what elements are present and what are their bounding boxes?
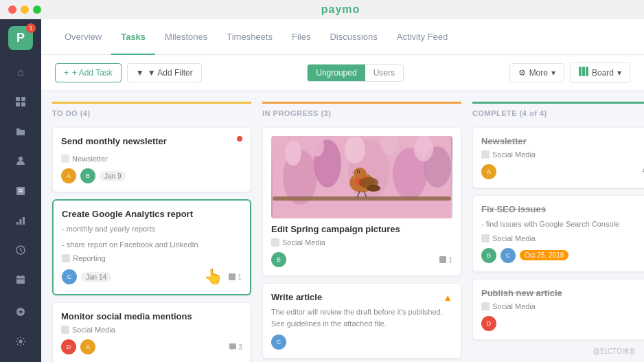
- tag-icon: [481, 302, 490, 310]
- avatar: B: [481, 248, 496, 263]
- sidebar-item-chart[interactable]: [7, 207, 34, 234]
- card-social-mentions[interactable]: Monitor social media mentions Social Med…: [52, 302, 251, 362]
- column-inprogress: IN PROGRESS (3): [262, 102, 461, 351]
- card-newsletter-complete[interactable]: Newsletter Social Media A 0/2: [472, 127, 644, 188]
- column-todo: TO DO (4) Send monthly newsletter Newsle…: [52, 102, 251, 351]
- urgency-indicator: [237, 136, 242, 142]
- card-write-article[interactable]: Write article ▲ The editor will review t…: [262, 283, 461, 359]
- svg-point-37: [354, 168, 366, 179]
- svg-rect-20: [582, 67, 585, 76]
- app-title: paymo: [45, 3, 636, 16]
- svg-rect-45: [273, 196, 451, 201]
- board-icon: [579, 67, 588, 78]
- tab-overview[interactable]: Overview: [55, 19, 111, 55]
- more-button[interactable]: ⚙ More ▾: [509, 63, 564, 82]
- card-subtitle: - find issues with Google Search Console: [481, 218, 644, 230]
- svg-rect-22: [229, 273, 235, 280]
- tag-icon: [61, 155, 69, 163]
- svg-rect-0: [16, 97, 20, 101]
- board-button[interactable]: Board ▾: [570, 62, 630, 83]
- card-newsletter[interactable]: Send monthly newsletter Newsletter A B J…: [52, 127, 251, 192]
- notification-badge: 1: [26, 23, 36, 33]
- card-tag: Newsletter: [61, 155, 242, 163]
- column-complete-header: COMPLETE (4 of 4): [472, 102, 644, 120]
- sidebar-item-home[interactable]: ⌂: [7, 58, 34, 85]
- avatar: C: [501, 248, 516, 263]
- card-footer: B 1: [271, 252, 452, 267]
- add-task-button[interactable]: + + Add Task: [55, 63, 122, 82]
- date-badge: Jan 9: [100, 171, 126, 181]
- tag-icon: [62, 254, 70, 262]
- svg-rect-5: [16, 187, 25, 195]
- card-image: [271, 136, 452, 218]
- sidebar-item-reports[interactable]: [7, 177, 34, 204]
- sidebar-item-folder[interactable]: [7, 118, 34, 145]
- avatar: D: [481, 316, 496, 331]
- gear-icon: ⚙: [518, 68, 526, 78]
- chevron-down-icon-board: ▾: [617, 68, 621, 78]
- svg-point-30: [310, 136, 324, 157]
- sidebar-item-users[interactable]: [7, 148, 34, 174]
- card-footer: A B Jan 9: [61, 168, 242, 183]
- main-content: Overview Tasks Milestones Timesheets Fil…: [41, 19, 644, 362]
- card-title: Monitor social media mentions: [61, 311, 242, 321]
- svg-rect-9: [20, 219, 22, 225]
- sidebar-item-settings[interactable]: [7, 328, 34, 355]
- minimize-btn[interactable]: [21, 5, 29, 14]
- ungrouped-button[interactable]: Ungrouped: [308, 65, 365, 81]
- titlebar: paymo: [0, 0, 644, 19]
- tab-timesheets[interactable]: Timesheets: [217, 19, 282, 55]
- sidebar-item-add[interactable]: [7, 299, 34, 326]
- sidebar-item-dashboard[interactable]: [7, 88, 34, 115]
- sidebar-logo[interactable]: P 1: [8, 26, 33, 50]
- card-spring-campaign[interactable]: Edit Spring campaign pictures Social Med…: [262, 127, 461, 276]
- avatar: A: [80, 339, 95, 354]
- card-analytics[interactable]: Create Google Analytics report - monthly…: [52, 199, 251, 295]
- avatar: A: [61, 168, 76, 183]
- close-btn[interactable]: [8, 5, 16, 14]
- card-tag: Social Media: [481, 150, 644, 159]
- add-filter-button[interactable]: ▼ ▼ Add Filter: [127, 63, 202, 82]
- svg-point-29: [285, 141, 301, 166]
- card-publish-article[interactable]: Publish new article Social Media D: [472, 279, 644, 340]
- card-count: 1: [439, 256, 452, 264]
- svg-rect-19: [579, 67, 582, 76]
- tab-files[interactable]: Files: [282, 19, 320, 55]
- svg-point-4: [19, 157, 23, 161]
- tab-discussions[interactable]: Discussions: [320, 19, 387, 55]
- card-footer: D: [481, 316, 644, 331]
- card-footer: D A 3: [61, 339, 242, 354]
- tag-icon: [481, 234, 490, 242]
- maximize-btn[interactable]: [33, 5, 41, 14]
- chevron-down-icon: ▾: [551, 68, 555, 78]
- card-tag: Reporting: [62, 254, 242, 262]
- users-button[interactable]: Users: [365, 65, 403, 81]
- card-title: Publish new article: [481, 288, 644, 298]
- card-seo[interactable]: Fix SEO issues - find issues with Google…: [472, 195, 644, 272]
- cursor-pointer-icon: 👆: [204, 268, 222, 286]
- tab-tasks[interactable]: Tasks: [111, 19, 155, 55]
- card-tag: Social Media: [481, 302, 644, 310]
- avatar: A: [481, 164, 496, 179]
- column-todo-header: TO DO (4): [52, 102, 251, 120]
- avatar: D: [61, 339, 76, 354]
- card-body: The editor will review the draft before …: [271, 306, 452, 329]
- card-title: Newsletter: [481, 136, 644, 146]
- tab-milestones[interactable]: Milestones: [155, 19, 217, 55]
- card-title: Edit Spring campaign pictures: [271, 224, 452, 234]
- svg-rect-2: [16, 102, 20, 106]
- card-footer: B C Oct 25, 2018: [481, 248, 644, 263]
- top-nav: Overview Tasks Milestones Timesheets Fil…: [41, 19, 644, 55]
- svg-rect-46: [439, 256, 446, 263]
- sidebar-item-calendar[interactable]: [7, 266, 34, 293]
- tab-activity-feed[interactable]: Activity Feed: [387, 19, 457, 55]
- board: TO DO (4) Send monthly newsletter Newsle…: [41, 91, 644, 362]
- svg-rect-1: [21, 97, 25, 101]
- app-layout: P 1 ⌂: [0, 19, 644, 362]
- svg-point-39: [358, 171, 359, 172]
- card-footer: A 0/2: [481, 164, 644, 179]
- sidebar-item-clock[interactable]: [7, 236, 34, 263]
- card-count: 1: [228, 273, 242, 281]
- card-footer: C: [271, 335, 452, 350]
- card-title: Send monthly newsletter: [61, 136, 167, 146]
